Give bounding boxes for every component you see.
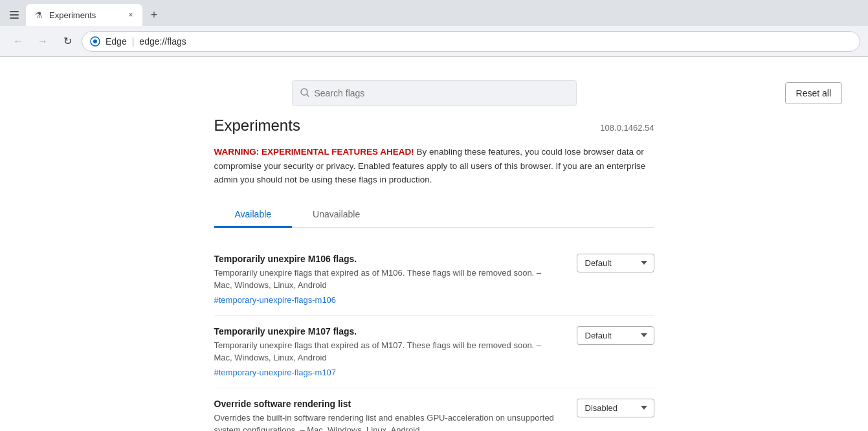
navigation-bar: ← → ↻ Edge | edge://flags <box>0 26 868 57</box>
address-separator: | <box>132 36 135 47</box>
page-content: Reset all Experiments 108.0.1462.54 WARN… <box>0 57 868 431</box>
warning-label: WARNING: EXPERIMENTAL FEATURES AHEAD! <box>214 147 414 157</box>
search-input[interactable] <box>315 88 568 98</box>
browser-chrome: ⚗ Experiments × + ← → ↻ Edge | edge://fl… <box>0 0 868 431</box>
flag-item: Temporarily unexpire M106 flags. Tempora… <box>214 243 654 316</box>
page-header: Experiments 108.0.1462.54 <box>214 116 654 135</box>
tab-available[interactable]: Available <box>214 203 293 228</box>
sidebar-toggle-button[interactable] <box>5 6 23 24</box>
forward-button[interactable]: → <box>32 31 53 52</box>
flags-list: Temporarily unexpire M106 flags. Tempora… <box>214 243 654 431</box>
svg-rect-2 <box>10 17 19 19</box>
flag-description: Temporarily unexpire flags that expired … <box>214 339 561 364</box>
address-favicon-icon <box>90 36 100 47</box>
flag-description: Temporarily unexpire flags that expired … <box>214 267 561 292</box>
search-icon <box>300 88 309 99</box>
search-area: Reset all <box>0 70 868 116</box>
flag-item: Override software rendering list Overrid… <box>214 388 654 431</box>
flag-select-2[interactable]: Default Enabled Disabled <box>577 399 654 417</box>
flag-info: Override software rendering list Overrid… <box>214 399 561 431</box>
page-title: Experiments <box>214 116 300 135</box>
svg-rect-1 <box>10 14 19 16</box>
active-tab[interactable]: ⚗ Experiments × <box>26 4 142 26</box>
svg-line-6 <box>307 94 309 96</box>
address-brand: Edge <box>106 36 127 47</box>
flag-name: Temporarily unexpire M107 flags. <box>214 326 561 337</box>
tab-unavailable[interactable]: Unavailable <box>292 203 381 228</box>
flag-item: Temporarily unexpire M107 flags. Tempora… <box>214 316 654 388</box>
refresh-button[interactable]: ↻ <box>57 31 78 52</box>
reset-all-button[interactable]: Reset all <box>785 82 842 104</box>
flag-select-0[interactable]: Default Enabled Disabled <box>577 254 654 272</box>
address-url: edge://flags <box>139 36 186 47</box>
tab-bar: ⚗ Experiments × + <box>0 0 868 26</box>
flag-name: Temporarily unexpire M106 flags. <box>214 254 561 264</box>
new-tab-button[interactable]: + <box>145 6 163 24</box>
flag-control[interactable]: Default Enabled Disabled <box>577 326 654 345</box>
tab-navigation: Available Unavailable <box>214 203 654 228</box>
tab-available-label: Available <box>235 209 272 219</box>
version-label: 108.0.1462.54 <box>600 123 654 133</box>
flag-description: Overrides the built-in software renderin… <box>214 412 561 431</box>
tab-unavailable-label: Unavailable <box>313 209 360 219</box>
tab-title: Experiments <box>49 10 119 20</box>
forward-icon: → <box>38 36 48 47</box>
flag-control[interactable]: Default Enabled Disabled <box>577 254 654 272</box>
flag-control[interactable]: Default Enabled Disabled <box>577 399 654 417</box>
back-icon: ← <box>13 36 23 47</box>
svg-rect-0 <box>10 11 19 12</box>
tab-favicon-icon: ⚗ <box>34 10 44 20</box>
flag-info: Temporarily unexpire M106 flags. Tempora… <box>214 254 561 305</box>
refresh-icon: ↻ <box>63 35 72 47</box>
back-button[interactable]: ← <box>8 31 28 52</box>
flag-name: Override software rendering list <box>214 399 561 409</box>
svg-point-4 <box>93 39 97 43</box>
flag-select-1[interactable]: Default Enabled Disabled <box>577 326 654 345</box>
main-content-area: Experiments 108.0.1462.54 WARNING: EXPER… <box>201 116 667 431</box>
tab-close-button[interactable]: × <box>124 8 137 21</box>
flag-link[interactable]: #temporary-unexpire-flags-m106 <box>214 295 337 305</box>
search-box[interactable] <box>292 80 577 106</box>
flag-info: Temporarily unexpire M107 flags. Tempora… <box>214 326 561 377</box>
address-bar[interactable]: Edge | edge://flags <box>82 31 860 52</box>
warning-box: WARNING: EXPERIMENTAL FEATURES AHEAD! By… <box>214 145 654 187</box>
flag-link[interactable]: #temporary-unexpire-flags-m107 <box>214 368 337 377</box>
